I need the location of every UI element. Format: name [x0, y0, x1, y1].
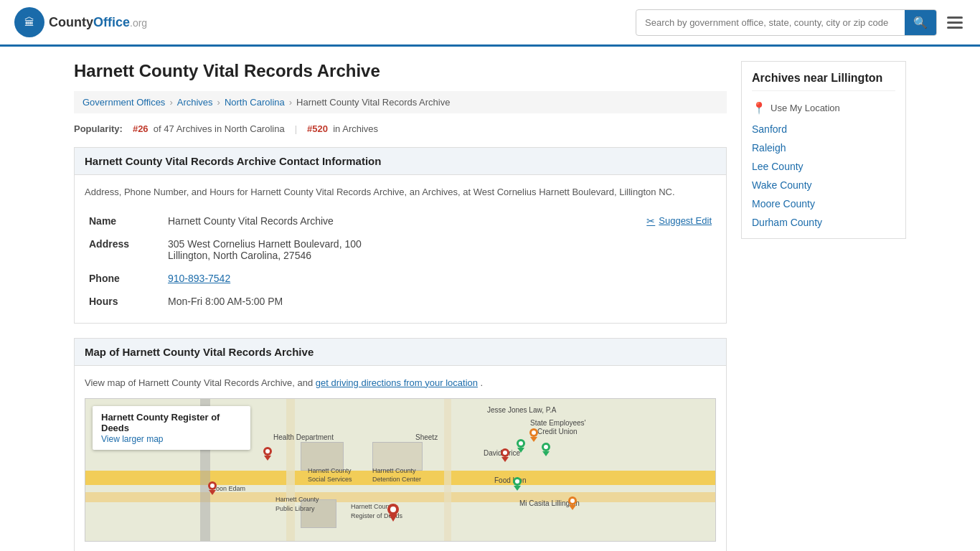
popularity-bar: Popularity: #26 of 47 Archives in North … [74, 123, 727, 134]
use-my-location-link[interactable]: Use My Location [771, 103, 840, 113]
content-area: Harnett County Vital Records Archive Gov… [74, 61, 727, 551]
contact-section: Harnett County Vital Records Archive Con… [74, 147, 727, 324]
main-location-pin [387, 503, 400, 524]
pin-credit-union [529, 428, 539, 444]
list-item-moore-county: Moore County [752, 198, 895, 209]
breadcrumb-sep-1: › [169, 97, 172, 108]
name-value: Harnett County Vital Records Archive ✂ S… [164, 209, 716, 232]
hours-label: Hours [85, 290, 164, 313]
hours-value: Mon-Fri 8:00 AM-5:00 PM [164, 290, 716, 313]
breadcrumb-item-current: Harnett County Vital Records Archive [296, 97, 450, 108]
raleigh-link[interactable]: Raleigh [752, 142, 786, 154]
page-title: Harnett County Vital Records Archive [74, 61, 727, 81]
contact-info-table: Name Harnett County Vital Records Archiv… [85, 209, 716, 313]
popularity-rank-all: #520 in Archives [307, 123, 378, 134]
table-row-phone: Phone 910-893-7542 [85, 267, 716, 290]
sanford-link[interactable]: Sanford [752, 123, 787, 135]
lee-county-link[interactable]: Lee County [752, 161, 804, 172]
use-location-row: 📍 Use My Location [752, 101, 895, 115]
breadcrumb-sep-2: › [217, 97, 220, 108]
menu-line-3 [947, 27, 963, 29]
name-label: Name [85, 209, 164, 232]
breadcrumb-item-nc[interactable]: North Carolina [225, 97, 285, 108]
map-overlay: Harnett County Register of Deeds View la… [93, 406, 250, 450]
map-section-header: Map of Harnett County Vital Records Arch… [75, 339, 726, 366]
search-input[interactable] [636, 11, 905, 34]
search-button[interactable]: 🔍 [905, 10, 936, 35]
svg-point-10 [519, 441, 523, 446]
pin-micasita [567, 496, 578, 512]
contact-section-header: Harnett County Vital Records Archive Con… [75, 148, 726, 175]
suggest-edit-button[interactable]: ✂ Suggest Edit [646, 215, 712, 227]
search-box: 🔍 [636, 9, 937, 36]
breadcrumb-item-gov[interactable]: Government Offices [83, 97, 165, 108]
map-road-v2 [444, 399, 451, 541]
logo-icon: 🏛 [14, 7, 44, 37]
svg-point-13 [544, 445, 548, 449]
table-row-name: Name Harnett County Vital Records Archiv… [85, 209, 716, 232]
map-building-1 [301, 442, 344, 471]
svg-point-28 [210, 484, 215, 488]
pin-state-employees [541, 442, 551, 458]
sidebar-box: Archives near Lillington 📍 Use My Locati… [741, 61, 906, 239]
svg-marker-12 [542, 451, 550, 456]
search-area: 🔍 [636, 9, 966, 36]
svg-marker-27 [209, 490, 216, 495]
svg-marker-6 [530, 437, 537, 442]
svg-marker-21 [569, 505, 576, 510]
sidebar: Archives near Lillington 📍 Use My Locati… [741, 61, 906, 551]
svg-marker-15 [501, 457, 509, 462]
breadcrumb-sep-3: › [289, 97, 292, 108]
map-building-2 [372, 442, 423, 471]
map-label-detention1: Harnett County [372, 467, 416, 474]
list-item-durham-county: Durham County [752, 217, 895, 228]
phone-link[interactable]: 910-893-7542 [168, 273, 230, 284]
pin-sheetz [516, 438, 526, 455]
menu-button[interactable] [944, 14, 966, 32]
map-section: Map of Harnett County Vital Records Arch… [74, 338, 727, 552]
nearby-links-list: Sanford Raleigh Lee County Wake County M… [752, 123, 895, 228]
breadcrumb-item-archives[interactable]: Archives [177, 97, 213, 108]
svg-text:🏛: 🏛 [24, 17, 34, 28]
address-label: Address [85, 232, 164, 267]
map-label-edam: oon Edam [216, 485, 245, 492]
menu-line-2 [947, 22, 963, 24]
contact-description: Address, Phone Number, and Hours for Har… [85, 185, 716, 199]
popularity-rank-archives: #26 of 47 Archives in North Carolina [133, 123, 285, 134]
map-building-3 [301, 499, 336, 528]
location-pin-icon: 📍 [752, 101, 766, 115]
table-row-hours: Hours Mon-Fri 8:00 AM-5:00 PM [85, 290, 716, 313]
svg-point-25 [265, 449, 270, 453]
overlay-name: Harnett County Register of Deeds [101, 412, 220, 433]
list-item-wake-county: Wake County [752, 179, 895, 191]
svg-marker-3 [389, 514, 397, 522]
table-row-address: Address 305 West Cornelius Harnett Boule… [85, 232, 716, 267]
svg-marker-24 [264, 456, 271, 461]
map-label-social2: Social Services [308, 476, 352, 483]
map-label-health: Health Department [273, 433, 334, 441]
svg-point-4 [390, 507, 396, 512]
pin-health-dept [263, 446, 273, 463]
popularity-divider: | [295, 123, 297, 134]
map-road-h2 [85, 492, 715, 502]
map-label-sheetz: Sheetz [415, 433, 438, 441]
sidebar-title: Archives near Lillington [752, 72, 895, 91]
list-item-lee-county: Lee County [752, 161, 895, 172]
directions-link[interactable]: get driving directions from your locatio… [316, 377, 478, 388]
map-label-social1: Harnett County [308, 467, 352, 474]
moore-county-link[interactable]: Moore County [752, 198, 815, 209]
map-container[interactable]: Health Department Sheetz Jesse Jones Law… [85, 398, 716, 542]
svg-point-22 [570, 499, 575, 503]
svg-marker-9 [517, 448, 524, 453]
menu-line-1 [947, 17, 963, 19]
svg-point-19 [515, 479, 519, 484]
map-label-detention2: Detention Center [372, 476, 421, 483]
wake-county-link[interactable]: Wake County [752, 179, 812, 191]
phone-value: 910-893-7542 [164, 267, 716, 290]
pin-food-lion [512, 476, 522, 493]
logo-text: CountyOffice.org [49, 15, 147, 30]
view-larger-map-link[interactable]: View larger map [101, 434, 163, 444]
suggest-edit-icon: ✂ [646, 215, 655, 227]
durham-county-link[interactable]: Durham County [752, 217, 822, 228]
svg-point-7 [532, 430, 536, 435]
